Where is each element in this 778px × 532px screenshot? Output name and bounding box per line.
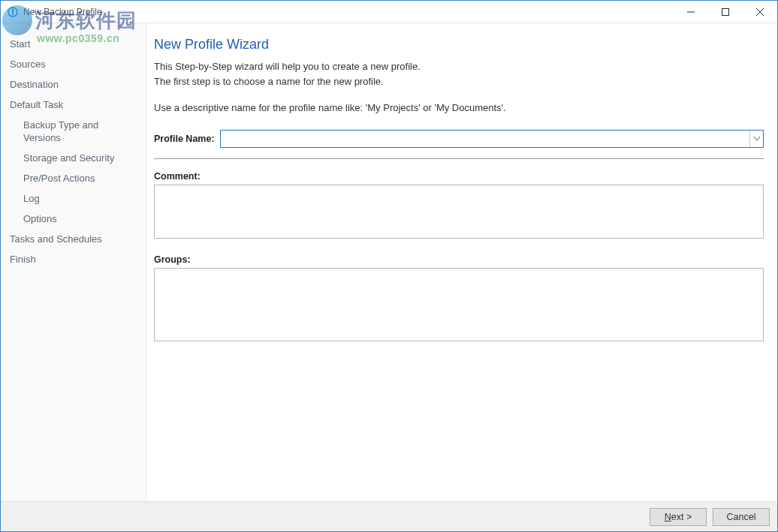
close-button[interactable] <box>743 1 777 23</box>
cancel-button[interactable]: Cancel <box>713 508 770 526</box>
svg-rect-2 <box>12 14 14 15</box>
svg-rect-4 <box>722 8 729 15</box>
window-body: Start Sources Destination Default Task B… <box>1 23 777 501</box>
wizard-main-panel: New Profile Wizard This Step-by-Step wiz… <box>146 23 777 501</box>
minimize-button[interactable] <box>674 1 708 23</box>
comment-textarea[interactable] <box>154 185 764 239</box>
sidebar-item-pre-post-actions[interactable]: Pre/Post Actions <box>1 168 146 188</box>
sidebar-item-backup-type[interactable]: Backup Type and Versions <box>1 115 146 148</box>
sidebar-item-label: Start <box>10 38 30 50</box>
profile-name-input[interactable] <box>221 131 749 147</box>
desc-line: This Step-by-Step wizard will help you t… <box>154 60 764 74</box>
sidebar-item-log[interactable]: Log <box>1 188 146 209</box>
chevron-down-icon[interactable] <box>749 131 763 147</box>
desc-line: The first step is to choose a name for t… <box>154 75 764 89</box>
app-icon <box>7 6 19 18</box>
sidebar-item-label: Finish <box>10 254 36 265</box>
sidebar-item-destination[interactable]: Destination <box>1 74 146 95</box>
window-title: New Backup Profile <box>23 7 102 17</box>
next-button[interactable]: Next > <box>650 508 707 526</box>
profile-name-combobox[interactable] <box>220 130 764 148</box>
sidebar-item-sources[interactable]: Sources <box>1 54 146 74</box>
sidebar-item-label: Tasks and Schedules <box>10 233 102 245</box>
next-button-label: Next > <box>665 512 692 522</box>
sidebar-item-label: Sources <box>10 59 46 70</box>
sidebar-item-tasks-schedules[interactable]: Tasks and Schedules <box>1 229 146 249</box>
sidebar-item-start[interactable]: Start <box>1 34 146 54</box>
page-description: This Step-by-Step wizard will help you t… <box>154 60 764 90</box>
page-hint: Use a descriptive name for the profile n… <box>154 102 764 113</box>
sidebar-item-default-task[interactable]: Default Task <box>1 95 146 115</box>
wizard-footer: Next > Cancel <box>1 501 777 531</box>
sidebar-item-storage-security[interactable]: Storage and Security <box>1 148 146 168</box>
sidebar-item-label: Pre/Post Actions <box>23 173 95 184</box>
sidebar-item-label: Storage and Security <box>23 152 114 164</box>
maximize-button[interactable] <box>708 1 743 23</box>
sidebar-item-label: Destination <box>10 79 59 90</box>
titlebar[interactable]: New Backup Profile <box>1 1 777 23</box>
comment-label: Comment: <box>154 171 764 182</box>
profile-name-label: Profile Name: <box>154 134 220 144</box>
page-heading: New Profile Wizard <box>154 37 764 53</box>
sidebar-item-label: Backup Type and Versions <box>23 119 98 143</box>
window-frame: 河东软件园 www.pc0359.cn New Backup Profile S… <box>0 0 778 532</box>
wizard-sidebar: Start Sources Destination Default Task B… <box>1 23 146 501</box>
svg-rect-1 <box>12 9 14 13</box>
groups-listbox[interactable] <box>154 268 764 341</box>
divider <box>154 158 764 159</box>
groups-label: Groups: <box>154 254 764 265</box>
window-controls <box>674 1 777 23</box>
comment-field-wrap <box>154 185 764 241</box>
sidebar-item-label: Options <box>23 213 57 224</box>
sidebar-item-finish[interactable]: Finish <box>1 249 146 269</box>
sidebar-item-label: Log <box>23 193 40 204</box>
sidebar-item-options[interactable]: Options <box>1 209 146 229</box>
sidebar-item-label: Default Task <box>10 99 63 110</box>
profile-name-row: Profile Name: <box>154 130 764 148</box>
cancel-button-label: Cancel <box>727 512 756 522</box>
